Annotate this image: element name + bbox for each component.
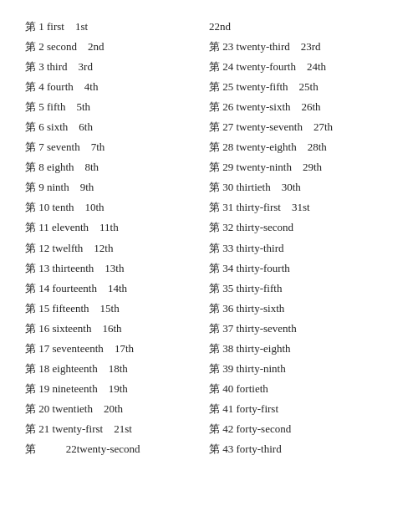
ordinal-word: thirty-second <box>237 221 294 233</box>
num-label: 37 <box>222 322 233 335</box>
ordinal-word: tenth <box>53 201 74 213</box>
ordinal-abbr: 26th <box>302 100 321 113</box>
list-item: 第 38 thirty-eighth <box>209 339 393 359</box>
ordinal-word: twenty-seventh <box>237 120 303 133</box>
num-label: 33 <box>222 242 233 254</box>
num-label: 31 <box>222 201 233 213</box>
ordinal-abbr: 13th <box>104 262 124 274</box>
ordinal-word: twelfth <box>53 242 84 254</box>
chinese-char: 第 <box>25 282 36 294</box>
chinese-char: 第 <box>25 80 36 93</box>
num-label: 25 <box>222 80 233 93</box>
list-item: 第 42 forty-second <box>209 419 393 439</box>
num-label: 27 <box>222 120 233 133</box>
list-item: 第 32 thirty-second <box>209 217 393 238</box>
chinese-char: 第 <box>25 161 36 173</box>
list-item: 第 15 fifteenth 15th <box>25 299 209 319</box>
chinese-char: 第 <box>209 402 220 415</box>
chinese-char: 第 <box>209 322 220 335</box>
num-label: 23 <box>222 40 233 53</box>
ordinal-word: twenty-sixth <box>237 100 291 113</box>
list-item: 第 3 third 3rd <box>25 57 209 77</box>
chinese-char: 第 <box>25 181 36 193</box>
list-item: 第 20 twentieth 20th <box>25 399 209 419</box>
ordinal-word: first <box>47 20 64 33</box>
ordinal-abbr: 16th <box>102 322 121 335</box>
chinese-char: 第 <box>25 402 36 415</box>
list-item: 第 33 thirty-third <box>209 238 393 258</box>
ordinal-abbr: 23rd <box>301 40 321 53</box>
ordinal-word: third <box>47 60 68 73</box>
list-item: 22nd <box>209 17 393 37</box>
ordinal-word: thirty-seventh <box>237 322 297 335</box>
num-label: 28 <box>222 141 233 153</box>
num-label: 34 <box>222 262 233 274</box>
ordinal-word: fortieth <box>237 382 268 395</box>
list-item: 第 9 ninth 9th <box>25 177 209 197</box>
list-item: 第 17 seventeenth 17th <box>25 339 209 359</box>
chinese-char: 第 <box>25 141 36 153</box>
chinese-char: 第 <box>209 161 220 173</box>
list-item: 第 1 first 1st <box>25 17 209 37</box>
ordinal-abbr: 19th <box>109 382 128 395</box>
ordinal-abbr: 7th <box>91 141 105 153</box>
main-content: 第 1 first 1st第 2 second 2nd第 3 third 3rd… <box>25 17 393 459</box>
num-label: 15 <box>38 302 49 315</box>
chinese-char: 第 <box>209 80 220 93</box>
ordinal-abbr: 20th <box>104 402 123 415</box>
chinese-char: 第 <box>25 442 36 455</box>
num-label: 43 <box>222 442 233 455</box>
ordinal-abbr: 8th <box>85 161 99 173</box>
chinese-char: 第 <box>209 242 220 254</box>
chinese-char: 第 <box>209 221 220 233</box>
chinese-char: 第 <box>25 242 36 254</box>
chinese-char: 第 <box>209 60 220 73</box>
chinese-char: 第 <box>209 302 220 315</box>
list-item: 第 30 thirtieth 30th <box>209 177 393 197</box>
chinese-char: 第 <box>209 342 220 355</box>
ordinal-abbr: 24th <box>307 60 326 73</box>
list-item: 第 43 forty-third <box>209 439 393 459</box>
ordinal-word: fifth <box>47 100 65 113</box>
chinese-char: 第 <box>25 322 36 335</box>
list-item: 第 8 eighth 8th <box>25 157 209 177</box>
ordinal-word: twenty-first <box>53 422 104 435</box>
ordinal-word: sixth <box>47 120 68 133</box>
num-label: 1 <box>38 20 44 33</box>
list-item: 第 5 fifth 5th <box>25 97 209 117</box>
chinese-char: 第 <box>25 100 36 113</box>
num-label: 11 <box>38 221 49 233</box>
list-item: 第 29 twenty-ninth 29th <box>209 157 393 177</box>
num-label: 24 <box>222 60 233 73</box>
ordinal-abbr: 18th <box>109 362 128 375</box>
list-item: 第 27 twenty-seventh 27th <box>209 117 393 137</box>
chinese-char: 第 <box>25 120 36 133</box>
chinese-char: 第 <box>25 342 36 355</box>
num-label: 7 <box>38 141 44 153</box>
num-label: 13 <box>38 262 49 274</box>
list-item: 第 39 thirty-ninth <box>209 359 393 379</box>
ordinal-abbr: 15th <box>100 302 120 315</box>
ordinal-word: thirtieth <box>237 181 271 193</box>
ordinal-abbr: 2nd <box>88 40 104 53</box>
ordinal-word: thirteenth <box>53 262 94 274</box>
num-label: 21 <box>38 422 49 435</box>
chinese-char: 第 <box>25 201 36 213</box>
num-label: 30 <box>222 181 233 193</box>
list-item: 第 28 twenty-eighth 28th <box>209 137 393 157</box>
list-item: 第 7 seventh 7th <box>25 137 209 157</box>
ordinal-abbr: 5th <box>76 100 90 113</box>
chinese-char: 第 <box>25 221 36 233</box>
list-item: 第 22twenty-second <box>25 439 209 459</box>
list-item: 第 10 tenth 10th <box>25 197 209 217</box>
list-item: 第 40 fortieth <box>209 379 393 399</box>
num-label: 8 <box>38 161 44 173</box>
ordinal-word: seventh <box>47 141 80 153</box>
ordinal-word: forty-third <box>237 442 282 455</box>
num-label: 19 <box>38 382 49 395</box>
num-label: 10 <box>38 201 49 213</box>
ordinal-word: thirty-ninth <box>237 362 286 375</box>
list-item: 第 14 fourteenth 14th <box>25 279 209 299</box>
ordinal-word: ninth <box>47 181 69 193</box>
ordinal-word: eighteenth <box>53 362 98 375</box>
